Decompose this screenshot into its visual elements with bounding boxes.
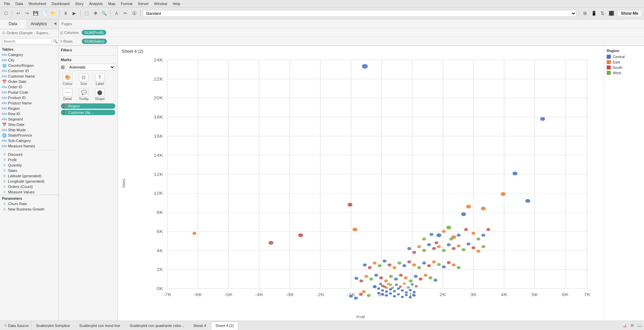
field-subcategory[interactable]: Abc Sub-Category xyxy=(0,138,58,143)
field-quantity[interactable]: # Quantity xyxy=(0,162,58,168)
annotate-icon[interactable]: ✏ xyxy=(122,10,129,17)
menu-dashboard[interactable]: Dashboard xyxy=(49,0,72,7)
detail-button[interactable]: ⋯ Detail xyxy=(61,88,74,101)
tooltip-icon[interactable]: 🛈 xyxy=(130,10,138,17)
menu-file[interactable]: File xyxy=(1,0,13,7)
tab-analytics[interactable]: Analytics xyxy=(26,19,52,29)
redo-icon[interactable]: ↪ xyxy=(23,10,31,17)
search-icon[interactable]: 🔍 xyxy=(53,39,58,44)
tooltip-button[interactable]: 💬 Tooltip xyxy=(77,88,90,101)
field-churn-rate[interactable]: # Churn Rate xyxy=(0,201,58,206)
new-icon[interactable]: 📄 xyxy=(41,10,48,17)
device-icon[interactable]: 📱 xyxy=(590,10,598,17)
tab-sheet4-2[interactable]: Sheet 4 (2) xyxy=(211,322,238,330)
hash-green-icon: # xyxy=(2,174,7,178)
field-product-id[interactable]: Abc Product ID xyxy=(0,95,58,100)
field-latitude[interactable]: # Latitude (generated) xyxy=(0,173,58,179)
pause-icon[interactable]: ⏸ xyxy=(62,10,69,17)
rows-pill[interactable]: SUM(Sales) xyxy=(82,39,107,44)
standard-select[interactable]: Standard xyxy=(143,10,576,17)
colour-button[interactable]: 🎨 Colour xyxy=(61,73,74,86)
size-label: Size xyxy=(80,82,87,86)
field-category[interactable]: Abc Category xyxy=(0,52,58,57)
svg-text:8K: 8K xyxy=(157,210,163,215)
tab-scatterplot-quadrante[interactable]: Scatterplot con quadrante color... xyxy=(125,322,188,330)
svg-point-75 xyxy=(449,237,453,240)
legend-west[interactable]: West xyxy=(607,71,641,75)
field-ship-mode[interactable]: Abc Ship Mode xyxy=(0,127,58,133)
svg-text:-6K: -6K xyxy=(194,292,202,297)
pan-icon[interactable]: ✥ xyxy=(92,10,99,17)
field-postal-code[interactable]: Abc Postal Code xyxy=(0,90,58,95)
legend-east[interactable]: East xyxy=(607,60,641,64)
field-segment[interactable]: Abc Segment xyxy=(0,116,58,122)
marks-type-select[interactable]: Automatic xyxy=(66,64,115,70)
label-button[interactable]: T Label xyxy=(93,73,107,86)
field-region[interactable]: Abc Region xyxy=(0,106,58,111)
menu-analysis[interactable]: Analysis xyxy=(86,0,106,7)
menu-story[interactable]: Story xyxy=(72,0,86,7)
menu-format[interactable]: Format xyxy=(118,0,135,7)
field-new-business[interactable]: # New Business Growth xyxy=(0,206,58,212)
fit-icon[interactable]: ⊞ xyxy=(581,10,589,17)
menu-data[interactable]: Data xyxy=(13,0,26,7)
field-measure-names[interactable]: Abc Measure Names xyxy=(0,143,58,149)
tab-sheet4[interactable]: Sheet 4 xyxy=(189,322,210,330)
colour-icon: 🎨 xyxy=(63,73,72,81)
field-product-name[interactable]: Abc Product Name xyxy=(0,100,58,106)
legend-label-east: East xyxy=(613,60,620,64)
left-sidebar: Data Analytics ◀ ⊙ Orders (Sample - Supe… xyxy=(0,19,59,321)
show-me-button[interactable]: Show Me xyxy=(617,10,642,17)
field-state[interactable]: 🌐 State/Province xyxy=(0,133,58,138)
abc-icon: Abc xyxy=(2,144,7,148)
marks-region-pill[interactable]: Region xyxy=(61,103,115,109)
field-orders-count[interactable]: # Orders (Count) xyxy=(0,184,58,189)
save-icon[interactable]: 💾 xyxy=(32,10,39,17)
field-city[interactable]: Abc City xyxy=(0,57,58,63)
marks-customer-pill[interactable]: Customer Na... xyxy=(61,110,115,115)
sidebar-collapse-icon[interactable]: ◀ xyxy=(52,19,58,27)
share-icon[interactable]: ⇅ xyxy=(599,10,606,17)
select-icon[interactable]: ⬚ xyxy=(83,10,90,17)
menu-help[interactable]: Help xyxy=(170,0,183,7)
search-input[interactable] xyxy=(2,38,52,44)
open-icon[interactable]: 📁 xyxy=(49,10,57,17)
field-customer-id[interactable]: Abc Customer ID xyxy=(0,68,58,74)
new-story-icon[interactable]: 📖 xyxy=(636,322,643,329)
field-label: Customer ID xyxy=(8,69,29,73)
menu-worksheet[interactable]: Worksheet xyxy=(26,0,49,7)
data-source-tab[interactable]: ⊙ Data Source xyxy=(1,321,32,330)
menu-window[interactable]: Window xyxy=(152,0,170,7)
svg-point-64 xyxy=(481,206,486,210)
menu-server[interactable]: Server xyxy=(135,0,151,7)
field-order-date[interactable]: 📅 Order Date xyxy=(0,79,58,84)
highlight-icon[interactable]: A xyxy=(113,10,120,17)
new-dashboard-icon[interactable]: ⊞ xyxy=(629,322,635,329)
field-discount[interactable]: # Discount xyxy=(0,152,58,157)
field-customer-name[interactable]: Abc Customer Name xyxy=(0,74,58,79)
field-ship-date[interactable]: 📅 Ship Date xyxy=(0,122,58,127)
tab-scatterplot-semplice[interactable]: Scatterplot Semplice xyxy=(32,322,74,330)
new-sheet-icon[interactable]: 📊 xyxy=(621,322,628,329)
columns-pill[interactable]: SUM(Profit) xyxy=(82,30,106,35)
legend-label-west: West xyxy=(613,71,621,75)
field-country[interactable]: 🌐 Country/Region xyxy=(0,63,58,68)
field-longitude[interactable]: # Longitude (generated) xyxy=(0,179,58,184)
abc-icon: Abc xyxy=(2,58,7,62)
field-measure-values[interactable]: # Measure Values xyxy=(0,189,58,195)
undo-icon[interactable]: ↩ xyxy=(14,10,22,17)
zoom-icon[interactable]: 🔍 xyxy=(100,10,108,17)
menu-map[interactable]: Map xyxy=(106,0,118,7)
size-button[interactable]: ⊡ Size xyxy=(77,73,90,86)
field-sales[interactable]: # Sales xyxy=(0,168,58,173)
field-row-id[interactable]: Abc Row ID xyxy=(0,111,58,116)
field-profit[interactable]: # Profit xyxy=(0,157,58,162)
present-icon[interactable]: ⬛ xyxy=(608,10,615,17)
tab-data[interactable]: Data xyxy=(0,19,26,29)
field-order-id[interactable]: Abc Order ID xyxy=(0,84,58,90)
legend-central[interactable]: Central xyxy=(607,55,641,59)
tab-scatterplot-trend[interactable]: Scatterplot con trend line xyxy=(75,322,125,330)
run-icon[interactable]: ▶ xyxy=(71,10,78,17)
shape-button[interactable]: ⬤ Shape xyxy=(93,88,107,101)
legend-south[interactable]: South xyxy=(607,65,641,69)
